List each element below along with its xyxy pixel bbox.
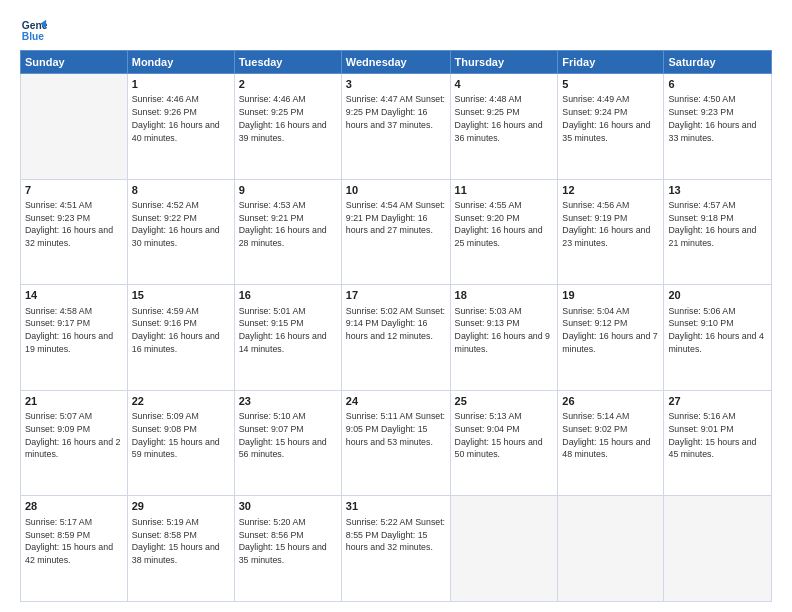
logo-icon: General Blue <box>20 16 48 44</box>
day-number: 4 <box>455 77 554 92</box>
day-number: 29 <box>132 499 230 514</box>
calendar-cell: 17Sunrise: 5:02 AM Sunset: 9:14 PM Dayli… <box>341 285 450 391</box>
week-row-2: 7Sunrise: 4:51 AM Sunset: 9:23 PM Daylig… <box>21 179 772 285</box>
day-info: Sunrise: 4:51 AM Sunset: 9:23 PM Dayligh… <box>25 199 123 250</box>
day-info: Sunrise: 4:46 AM Sunset: 9:25 PM Dayligh… <box>239 93 337 144</box>
day-number: 21 <box>25 394 123 409</box>
calendar-cell: 25Sunrise: 5:13 AM Sunset: 9:04 PM Dayli… <box>450 390 558 496</box>
day-info: Sunrise: 4:46 AM Sunset: 9:26 PM Dayligh… <box>132 93 230 144</box>
day-info: Sunrise: 5:22 AM Sunset: 8:55 PM Dayligh… <box>346 516 446 554</box>
day-number: 7 <box>25 183 123 198</box>
week-row-1: 1Sunrise: 4:46 AM Sunset: 9:26 PM Daylig… <box>21 74 772 180</box>
day-info: Sunrise: 5:02 AM Sunset: 9:14 PM Dayligh… <box>346 305 446 343</box>
day-number: 10 <box>346 183 446 198</box>
week-row-3: 14Sunrise: 4:58 AM Sunset: 9:17 PM Dayli… <box>21 285 772 391</box>
calendar-cell: 13Sunrise: 4:57 AM Sunset: 9:18 PM Dayli… <box>664 179 772 285</box>
calendar-cell: 3Sunrise: 4:47 AM Sunset: 9:25 PM Daylig… <box>341 74 450 180</box>
day-number: 17 <box>346 288 446 303</box>
day-header-wednesday: Wednesday <box>341 51 450 74</box>
day-number: 16 <box>239 288 337 303</box>
day-info: Sunrise: 5:14 AM Sunset: 9:02 PM Dayligh… <box>562 410 659 461</box>
calendar-cell: 12Sunrise: 4:56 AM Sunset: 9:19 PM Dayli… <box>558 179 664 285</box>
day-number: 22 <box>132 394 230 409</box>
day-info: Sunrise: 5:06 AM Sunset: 9:10 PM Dayligh… <box>668 305 767 356</box>
day-info: Sunrise: 4:49 AM Sunset: 9:24 PM Dayligh… <box>562 93 659 144</box>
day-header-monday: Monday <box>127 51 234 74</box>
calendar-cell: 4Sunrise: 4:48 AM Sunset: 9:25 PM Daylig… <box>450 74 558 180</box>
day-info: Sunrise: 5:03 AM Sunset: 9:13 PM Dayligh… <box>455 305 554 356</box>
week-row-4: 21Sunrise: 5:07 AM Sunset: 9:09 PM Dayli… <box>21 390 772 496</box>
day-info: Sunrise: 4:55 AM Sunset: 9:20 PM Dayligh… <box>455 199 554 250</box>
calendar-cell <box>450 496 558 602</box>
calendar-cell <box>664 496 772 602</box>
day-number: 26 <box>562 394 659 409</box>
day-number: 13 <box>668 183 767 198</box>
day-info: Sunrise: 5:20 AM Sunset: 8:56 PM Dayligh… <box>239 516 337 567</box>
day-header-friday: Friday <box>558 51 664 74</box>
svg-text:Blue: Blue <box>22 31 45 42</box>
day-number: 24 <box>346 394 446 409</box>
day-info: Sunrise: 5:19 AM Sunset: 8:58 PM Dayligh… <box>132 516 230 567</box>
day-number: 5 <box>562 77 659 92</box>
calendar-cell: 22Sunrise: 5:09 AM Sunset: 9:08 PM Dayli… <box>127 390 234 496</box>
day-number: 8 <box>132 183 230 198</box>
logo: General Blue <box>20 16 52 44</box>
day-info: Sunrise: 4:53 AM Sunset: 9:21 PM Dayligh… <box>239 199 337 250</box>
day-number: 9 <box>239 183 337 198</box>
calendar-cell: 19Sunrise: 5:04 AM Sunset: 9:12 PM Dayli… <box>558 285 664 391</box>
calendar-cell: 10Sunrise: 4:54 AM Sunset: 9:21 PM Dayli… <box>341 179 450 285</box>
day-number: 19 <box>562 288 659 303</box>
day-info: Sunrise: 5:04 AM Sunset: 9:12 PM Dayligh… <box>562 305 659 356</box>
calendar-cell: 6Sunrise: 4:50 AM Sunset: 9:23 PM Daylig… <box>664 74 772 180</box>
calendar-cell: 1Sunrise: 4:46 AM Sunset: 9:26 PM Daylig… <box>127 74 234 180</box>
day-number: 15 <box>132 288 230 303</box>
calendar-cell: 27Sunrise: 5:16 AM Sunset: 9:01 PM Dayli… <box>664 390 772 496</box>
day-number: 18 <box>455 288 554 303</box>
day-header-saturday: Saturday <box>664 51 772 74</box>
day-number: 11 <box>455 183 554 198</box>
calendar-cell: 29Sunrise: 5:19 AM Sunset: 8:58 PM Dayli… <box>127 496 234 602</box>
day-number: 28 <box>25 499 123 514</box>
day-header-sunday: Sunday <box>21 51 128 74</box>
day-number: 6 <box>668 77 767 92</box>
day-info: Sunrise: 5:07 AM Sunset: 9:09 PM Dayligh… <box>25 410 123 461</box>
day-info: Sunrise: 5:11 AM Sunset: 9:05 PM Dayligh… <box>346 410 446 448</box>
calendar-header-row: SundayMondayTuesdayWednesdayThursdayFrid… <box>21 51 772 74</box>
day-info: Sunrise: 4:56 AM Sunset: 9:19 PM Dayligh… <box>562 199 659 250</box>
day-info: Sunrise: 4:47 AM Sunset: 9:25 PM Dayligh… <box>346 93 446 131</box>
calendar-cell: 23Sunrise: 5:10 AM Sunset: 9:07 PM Dayli… <box>234 390 341 496</box>
day-info: Sunrise: 4:57 AM Sunset: 9:18 PM Dayligh… <box>668 199 767 250</box>
day-number: 31 <box>346 499 446 514</box>
day-info: Sunrise: 5:13 AM Sunset: 9:04 PM Dayligh… <box>455 410 554 461</box>
calendar-cell: 11Sunrise: 4:55 AM Sunset: 9:20 PM Dayli… <box>450 179 558 285</box>
day-number: 25 <box>455 394 554 409</box>
day-info: Sunrise: 4:59 AM Sunset: 9:16 PM Dayligh… <box>132 305 230 356</box>
calendar-cell: 26Sunrise: 5:14 AM Sunset: 9:02 PM Dayli… <box>558 390 664 496</box>
calendar-cell: 18Sunrise: 5:03 AM Sunset: 9:13 PM Dayli… <box>450 285 558 391</box>
calendar-cell <box>558 496 664 602</box>
day-number: 20 <box>668 288 767 303</box>
day-info: Sunrise: 4:50 AM Sunset: 9:23 PM Dayligh… <box>668 93 767 144</box>
day-info: Sunrise: 5:10 AM Sunset: 9:07 PM Dayligh… <box>239 410 337 461</box>
calendar-cell: 21Sunrise: 5:07 AM Sunset: 9:09 PM Dayli… <box>21 390 128 496</box>
calendar-cell: 24Sunrise: 5:11 AM Sunset: 9:05 PM Dayli… <box>341 390 450 496</box>
calendar-cell: 16Sunrise: 5:01 AM Sunset: 9:15 PM Dayli… <box>234 285 341 391</box>
calendar-cell: 5Sunrise: 4:49 AM Sunset: 9:24 PM Daylig… <box>558 74 664 180</box>
day-info: Sunrise: 5:17 AM Sunset: 8:59 PM Dayligh… <box>25 516 123 567</box>
calendar-table: SundayMondayTuesdayWednesdayThursdayFrid… <box>20 50 772 602</box>
calendar-cell <box>21 74 128 180</box>
day-number: 1 <box>132 77 230 92</box>
day-info: Sunrise: 4:48 AM Sunset: 9:25 PM Dayligh… <box>455 93 554 144</box>
calendar-cell: 30Sunrise: 5:20 AM Sunset: 8:56 PM Dayli… <box>234 496 341 602</box>
calendar-cell: 15Sunrise: 4:59 AM Sunset: 9:16 PM Dayli… <box>127 285 234 391</box>
day-header-tuesday: Tuesday <box>234 51 341 74</box>
day-number: 3 <box>346 77 446 92</box>
day-info: Sunrise: 5:16 AM Sunset: 9:01 PM Dayligh… <box>668 410 767 461</box>
day-number: 23 <box>239 394 337 409</box>
day-info: Sunrise: 4:52 AM Sunset: 9:22 PM Dayligh… <box>132 199 230 250</box>
day-number: 30 <box>239 499 337 514</box>
calendar-cell: 7Sunrise: 4:51 AM Sunset: 9:23 PM Daylig… <box>21 179 128 285</box>
calendar-cell: 14Sunrise: 4:58 AM Sunset: 9:17 PM Dayli… <box>21 285 128 391</box>
day-header-thursday: Thursday <box>450 51 558 74</box>
day-info: Sunrise: 5:01 AM Sunset: 9:15 PM Dayligh… <box>239 305 337 356</box>
